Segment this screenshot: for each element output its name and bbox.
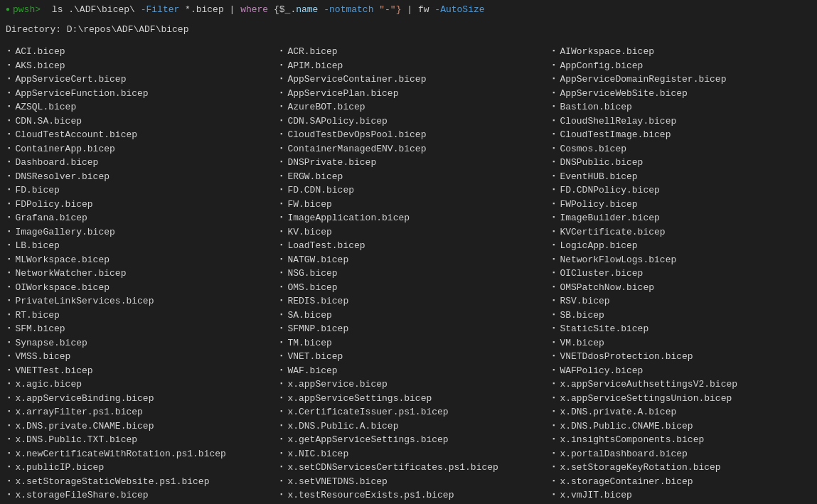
- file-name: Synapse.bicep: [15, 336, 87, 350]
- file-icon: ▪: [279, 394, 283, 404]
- file-icon: ▪: [552, 407, 555, 417]
- file-item: ▪KVCertificate.bicep: [550, 225, 811, 240]
- files-container: ▪ACI.bicep▪AKS.bicep▪AppServiceCert.bice…: [0, 42, 817, 504]
- file-icon: ▪: [7, 283, 11, 293]
- file-item: ▪RSV.bicep: [550, 294, 811, 309]
- file-icon: ▪: [552, 283, 555, 293]
- file-item: ▪CloudTestImage.bicep: [550, 128, 811, 142]
- file-item: ▪LoadTest.bicep: [278, 239, 539, 253]
- file-icon: ▪: [279, 283, 283, 293]
- cmd-var: name: [296, 4, 318, 15]
- file-name: x.publicIP.bicep: [15, 461, 104, 475]
- file-icon: ▪: [279, 102, 283, 112]
- file-item: ▪VNETTest.bicep: [6, 364, 267, 378]
- file-icon: ▪: [279, 338, 283, 348]
- prompt-line: ● pwsh> ls .\ADF\bicep\ -Filter *.bicep …: [0, 0, 817, 20]
- file-icon: ▪: [7, 227, 11, 237]
- file-name: AZSQL.bicep: [15, 100, 76, 114]
- prompt-pwsh: pwsh>: [13, 3, 41, 17]
- file-item: ▪x.agic.bicep: [6, 377, 267, 392]
- file-name: x.agic.bicep: [15, 377, 82, 392]
- terminal-window: ● pwsh> ls .\ADF\bicep\ -Filter *.bicep …: [0, 0, 817, 504]
- file-name: RT.bicep: [15, 309, 59, 323]
- file-name: CDN.SA.bicep: [15, 114, 82, 129]
- file-icon: ▪: [7, 89, 11, 99]
- file-item: ▪x.testResourceExists.ps1.bicep: [278, 488, 539, 503]
- file-name: LogicApp.bicep: [560, 239, 637, 253]
- file-item: ▪FD.CDNPolicy.bicep: [550, 183, 811, 198]
- file-icon: ▪: [552, 117, 555, 127]
- cmd-fw: fw: [418, 4, 429, 15]
- file-name: x.setStorageKeyRotation.bicep: [560, 461, 720, 475]
- file-item: ▪LB.bicep: [6, 239, 267, 253]
- file-name: x.appService.bicep: [287, 377, 387, 392]
- file-name: CloudTestAccount.bicep: [15, 128, 137, 142]
- file-name: SFMNP.bicep: [287, 322, 348, 336]
- file-icon: ▪: [279, 449, 283, 459]
- file-name: StaticSite.bicep: [560, 322, 648, 336]
- file-item: ▪Cosmos.bicep: [550, 142, 811, 156]
- file-name: x.newCertificateWithRotation.ps1.bicep: [15, 447, 225, 461]
- file-item: ▪CDN.SA.bicep: [6, 114, 267, 129]
- file-item: ▪FW.bicep: [278, 198, 539, 212]
- file-item: ▪x.appServiceBinding.bicep: [6, 392, 267, 406]
- file-name: WAF.bicep: [287, 364, 337, 378]
- file-item: ▪ERGW.bicep: [278, 170, 539, 184]
- file-item: ▪KV.bicep: [278, 225, 539, 240]
- file-item: ▪AZSQL.bicep: [6, 100, 267, 114]
- file-name: ContainerManagedENV.bicep: [287, 142, 426, 156]
- file-icon: ▪: [552, 144, 555, 154]
- file-icon: ▪: [552, 449, 555, 459]
- file-icon: ▪: [279, 435, 283, 445]
- file-icon: ▪: [552, 490, 555, 500]
- file-icon: ▪: [7, 75, 11, 85]
- file-icon: ▪: [279, 144, 283, 154]
- file-name: FDPolicy.bicep: [15, 198, 92, 212]
- file-name: AppServiceDomainRegister.bicep: [560, 73, 726, 87]
- file-icon: ▪: [279, 172, 283, 182]
- file-item: ▪SB.bicep: [550, 309, 811, 323]
- file-item: ▪NetworkFlowLogs.bicep: [550, 253, 811, 267]
- file-name: Grafana.bicep: [15, 211, 87, 225]
- file-name: WAFPolicy.bicep: [560, 364, 643, 378]
- file-icon: ▪: [279, 477, 283, 487]
- file-name: AppServiceWebSite.bicep: [560, 87, 687, 101]
- file-name: OIWorkspace.bicep: [15, 281, 110, 295]
- file-item: ▪x.DNS.Public.TXT.bicep: [6, 433, 267, 447]
- file-name: Dashboard.bicep: [15, 156, 98, 170]
- file-item: ▪AppConfig.bicep: [550, 59, 811, 73]
- file-name: OICluster.bicep: [560, 267, 643, 281]
- file-item: ▪x.vmJIT.bicep: [550, 488, 811, 503]
- file-icon: ▪: [7, 324, 11, 334]
- file-item: ▪AppServiceDomainRegister.bicep: [550, 73, 811, 87]
- file-icon: ▪: [279, 255, 283, 265]
- file-icon: ▪: [552, 296, 555, 306]
- file-name: APIM.bicep: [287, 59, 343, 73]
- file-icon: ▪: [552, 269, 555, 279]
- file-icon: ▪: [279, 158, 283, 168]
- file-item: ▪FDPolicy.bicep: [6, 198, 267, 212]
- file-icon: ▪: [552, 255, 555, 265]
- file-name: LB.bicep: [15, 239, 59, 253]
- file-icon: ▪: [279, 117, 283, 127]
- file-name: x.DNS.Public.TXT.bicep: [15, 433, 137, 447]
- file-name: x.appServiceAuthsettingsV2.bicep: [560, 377, 737, 392]
- file-name: RSV.bicep: [560, 294, 609, 309]
- file-item: ▪FD.bicep: [6, 183, 267, 198]
- file-icon: ▪: [552, 47, 555, 57]
- file-icon: ▪: [552, 186, 555, 195]
- file-icon: ▪: [7, 213, 11, 223]
- file-icon: ▪: [7, 158, 11, 168]
- file-name: Cosmos.bicep: [560, 142, 626, 156]
- file-name: x.DNS.private.A.bicep: [560, 405, 676, 419]
- file-item: ▪OIWorkspace.bicep: [6, 281, 267, 295]
- file-item: ▪AppServicePlan.bicep: [278, 87, 539, 101]
- file-item: ▪AppServiceCert.bicep: [6, 73, 267, 87]
- cmd-autosize: -AutoSize: [434, 4, 484, 15]
- file-item: ▪VNETDdosProtection.bicep: [550, 350, 811, 364]
- file-item: ▪AzureBOT.bicep: [278, 100, 539, 114]
- file-name: FD.CDN.bicep: [287, 183, 354, 198]
- file-item: ▪Synapse.bicep: [6, 336, 267, 350]
- cmd-filter-flag: -Filter: [141, 4, 180, 15]
- file-name: x.CertificateIssuer.ps1.bicep: [287, 405, 448, 419]
